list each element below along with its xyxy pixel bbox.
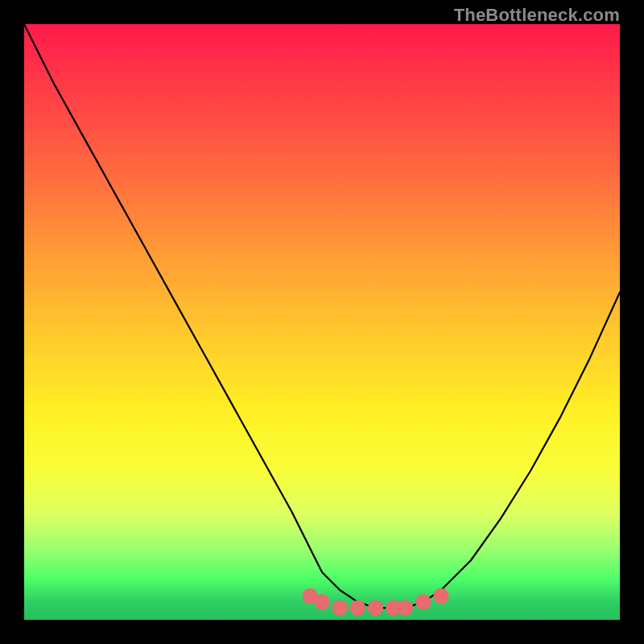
optimal-dot xyxy=(416,595,431,609)
optimal-dot xyxy=(332,601,347,615)
bottleneck-curve xyxy=(24,24,620,608)
chart-frame: TheBottleneck.com xyxy=(0,0,644,644)
optimal-dot xyxy=(350,601,365,615)
optimal-dot xyxy=(369,601,383,615)
watermark-text: TheBottleneck.com xyxy=(454,5,620,26)
optimal-zone-dots xyxy=(303,588,448,615)
optimal-dot xyxy=(398,601,413,615)
optimal-dot xyxy=(434,588,448,603)
plot-area xyxy=(24,24,620,620)
optimal-dot xyxy=(315,595,329,609)
bottleneck-curve-svg xyxy=(24,24,620,620)
